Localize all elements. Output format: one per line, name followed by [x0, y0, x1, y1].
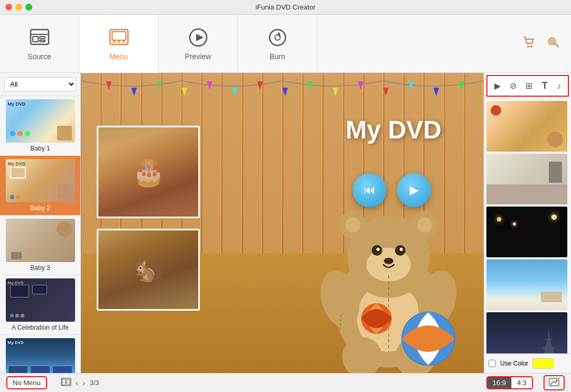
right-thumb-4[interactable] [486, 259, 567, 310]
right-panel: ▶ ⊘ ⊞ T ♪ [484, 73, 571, 373]
svg-point-42 [345, 218, 360, 232]
svg-marker-31 [434, 88, 439, 96]
svg-point-12 [270, 30, 286, 45]
preview-photo-squirrel[interactable]: 🐿️ [97, 229, 200, 311]
aspect-16-9-button[interactable]: 16:9 [487, 377, 511, 388]
svg-marker-32 [458, 81, 464, 90]
sidebar-item-baby1-label: Baby 1 [30, 145, 50, 152]
rp-text-icon[interactable]: T [540, 79, 550, 92]
aspect-ratio-group: 16:9 4:3 [486, 376, 533, 389]
sidebar-item-celebration-label: A Celebration of Life [12, 324, 69, 331]
sidebar-item-baby3-label: Baby 3 [30, 264, 50, 272]
toolbar-preview[interactable]: Preview [159, 15, 238, 73]
svg-rect-6 [112, 32, 126, 40]
svg-rect-60 [67, 379, 70, 385]
rp-slash-icon[interactable]: ⊘ [508, 80, 519, 92]
maximize-button[interactable] [25, 4, 32, 11]
toolbar-burn[interactable]: Burn [238, 15, 317, 73]
right-thumb-2[interactable] [486, 154, 567, 204]
bunting-svg [81, 73, 484, 115]
svg-point-47 [376, 248, 380, 251]
svg-rect-56 [543, 347, 555, 349]
svg-point-49 [384, 258, 393, 264]
rp-play-icon[interactable]: ▶ [492, 80, 503, 92]
sidebar-item-baby1[interactable]: My DVD Baby 1 [0, 96, 80, 156]
svg-point-9 [123, 41, 125, 43]
right-thumb-3[interactable] [486, 207, 567, 257]
burn-label: Burn [270, 52, 286, 61]
svg-marker-54 [541, 337, 557, 353]
filter-select[interactable]: All Baby Wedding Travel [4, 77, 76, 91]
title-bar: iFunia DVD Creator [0, 0, 571, 15]
svg-marker-25 [282, 88, 288, 96]
right-thumb-5[interactable] [486, 312, 567, 353]
svg-rect-2 [33, 36, 38, 42]
window-controls [5, 4, 32, 11]
dvd-title: My DVD [346, 115, 441, 144]
svg-point-44 [417, 218, 432, 232]
minimize-button[interactable] [15, 4, 22, 11]
toolbar-menu[interactable]: Menu [79, 15, 159, 73]
toolbar-source[interactable]: Source [0, 15, 79, 73]
page-indicator: 3/3 [89, 379, 99, 387]
use-color-label: Use Color [500, 360, 528, 367]
cart-icon[interactable] [522, 35, 536, 52]
right-panel-bottom: Use Color [484, 353, 571, 373]
close-button[interactable] [5, 4, 12, 11]
svg-marker-11 [196, 34, 204, 41]
sidebar-item-celebration[interactable]: My DVD A Celebration of Life [0, 275, 80, 335]
sidebar-filter[interactable]: All Baby Wedding Travel [0, 73, 80, 96]
svg-marker-21 [182, 88, 188, 96]
sidebar-item-travel1[interactable]: My DVD Travel 1 [0, 335, 80, 373]
svg-point-62 [556, 379, 558, 381]
svg-marker-29 [383, 88, 389, 96]
right-thumb-1[interactable] [486, 101, 567, 152]
no-menu-button[interactable]: No Menu [6, 376, 47, 389]
right-thumbnail-grid [484, 99, 571, 353]
next-page-button[interactable]: › [82, 378, 85, 388]
menu-icon [108, 27, 130, 48]
preview-photo-party[interactable]: 🎂 [97, 126, 200, 218]
frame-layout-icon[interactable] [61, 378, 71, 388]
svg-rect-4 [40, 40, 45, 42]
use-color-checkbox[interactable] [489, 360, 496, 367]
preview-icon [188, 27, 209, 48]
svg-point-8 [118, 41, 120, 43]
toolbar-right-icons [522, 35, 571, 52]
right-panel-toolbar: ▶ ⊘ ⊞ T ♪ [486, 75, 569, 97]
svg-marker-19 [131, 88, 137, 96]
color-swatch[interactable] [532, 358, 554, 369]
dvd-canvas: My DVD ⏮ ▶ 🎂 🐿️ [81, 73, 484, 373]
ball-svg [399, 310, 457, 368]
source-label: Source [27, 52, 51, 61]
menu-label: Menu [109, 52, 128, 61]
main-area: All Baby Wedding Travel My DVD Baby 1 [0, 73, 571, 373]
svg-marker-20 [156, 81, 162, 90]
preview-area: My DVD ⏮ ▶ 🎂 🐿️ [81, 73, 484, 373]
sidebar-item-baby3[interactable]: Baby 3 [0, 216, 80, 275]
svg-point-14 [527, 45, 529, 48]
sidebar-item-baby2[interactable]: My DVD Baby 2 [0, 156, 80, 216]
key-icon[interactable] [547, 35, 560, 52]
source-icon [29, 27, 50, 48]
svg-rect-57 [545, 339, 552, 340]
svg-point-7 [113, 41, 115, 43]
sidebar: All Baby Wedding Travel My DVD Baby 1 [0, 73, 81, 373]
small-ball-svg [360, 302, 394, 336]
svg-point-48 [400, 248, 403, 251]
page-total: 3 [95, 379, 99, 387]
top-toolbar: Source Menu Preview Burn [0, 15, 571, 73]
aspect-4-3-button[interactable]: 4:3 [512, 377, 532, 388]
svg-point-17 [551, 40, 554, 42]
svg-marker-23 [232, 88, 238, 96]
rp-grid-icon[interactable]: ⊞ [523, 80, 535, 92]
burn-icon [267, 27, 288, 48]
prev-page-button[interactable]: ‹ [76, 378, 78, 388]
svg-marker-28 [358, 81, 364, 90]
image-size-button[interactable] [544, 375, 565, 390]
rp-music-icon[interactable]: ♪ [555, 80, 563, 92]
app-title: iFunia DVD Creator [255, 3, 315, 11]
svg-rect-3 [40, 36, 45, 39]
svg-marker-27 [333, 88, 338, 96]
page-current: 3 [89, 379, 93, 387]
